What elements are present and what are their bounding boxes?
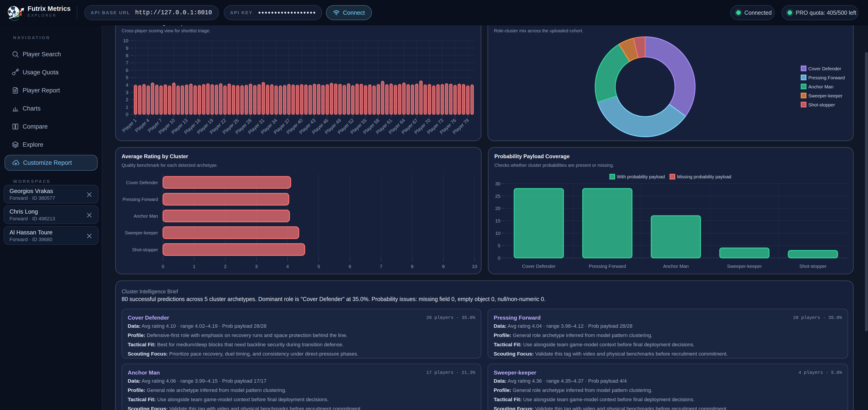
svg-text:2: 2 [224, 264, 227, 269]
svg-text:0: 0 [126, 112, 128, 117]
svg-text:5: 5 [126, 75, 128, 80]
svg-text:8: 8 [126, 53, 128, 58]
svg-text:5: 5 [498, 243, 500, 248]
svg-text:30: 30 [495, 181, 500, 186]
svg-text:Shot-stopper: Shot-stopper [808, 102, 835, 107]
svg-text:4: 4 [126, 82, 128, 88]
svg-text:10: 10 [495, 230, 500, 236]
svg-text:3: 3 [255, 264, 258, 269]
svg-text:2: 2 [126, 97, 128, 102]
svg-text:0: 0 [498, 255, 500, 261]
svg-text:10: 10 [472, 264, 477, 269]
svg-text:Missing probability payload: Missing probability payload [677, 174, 731, 179]
svg-text:1: 1 [193, 264, 195, 269]
svg-text:Shot-stopper: Shot-stopper [799, 263, 827, 269]
svg-text:Pressing Forward: Pressing Forward [589, 263, 626, 269]
svg-text:4: 4 [286, 264, 289, 269]
svg-text:Cover Defender: Cover Defender [126, 180, 158, 185]
svg-text:1: 1 [126, 104, 128, 109]
svg-text:Anchor Man: Anchor Man [133, 214, 158, 219]
svg-text:Pressing Forward: Pressing Forward [123, 197, 158, 202]
svg-text:Anchor Man: Anchor Man [808, 84, 833, 89]
svg-text:6: 6 [348, 264, 351, 269]
svg-text:Anchor Man: Anchor Man [663, 263, 688, 269]
svg-text:0: 0 [162, 264, 164, 269]
svg-text:Player 4: Player 4 [134, 118, 150, 133]
svg-text:20: 20 [495, 206, 500, 211]
svg-text:Pressing Forward: Pressing Forward [808, 75, 845, 80]
svg-text:7: 7 [380, 264, 382, 269]
svg-text:9: 9 [126, 45, 128, 51]
svg-text:Shot-stopper: Shot-stopper [132, 247, 158, 252]
svg-text:7: 7 [126, 60, 128, 65]
svg-text:Sweeper-keeper: Sweeper-keeper [727, 263, 762, 269]
svg-text:15: 15 [495, 218, 500, 223]
svg-text:3: 3 [126, 90, 128, 95]
svg-text:8: 8 [411, 264, 414, 269]
svg-text:6: 6 [126, 68, 128, 73]
svg-text:Sweeper-keeper: Sweeper-keeper [808, 93, 842, 98]
svg-text:Sweeper-keeper: Sweeper-keeper [125, 230, 158, 235]
svg-text:With probability payload: With probability payload [617, 174, 665, 179]
svg-text:9: 9 [442, 264, 445, 269]
svg-text:5: 5 [317, 264, 320, 269]
svg-text:25: 25 [495, 193, 500, 199]
svg-text:Cover Defender: Cover Defender [522, 263, 555, 269]
svg-text:Cover Defender: Cover Defender [808, 66, 841, 71]
svg-text:Player 1: Player 1 [121, 118, 137, 133]
svg-text:10: 10 [123, 38, 128, 43]
